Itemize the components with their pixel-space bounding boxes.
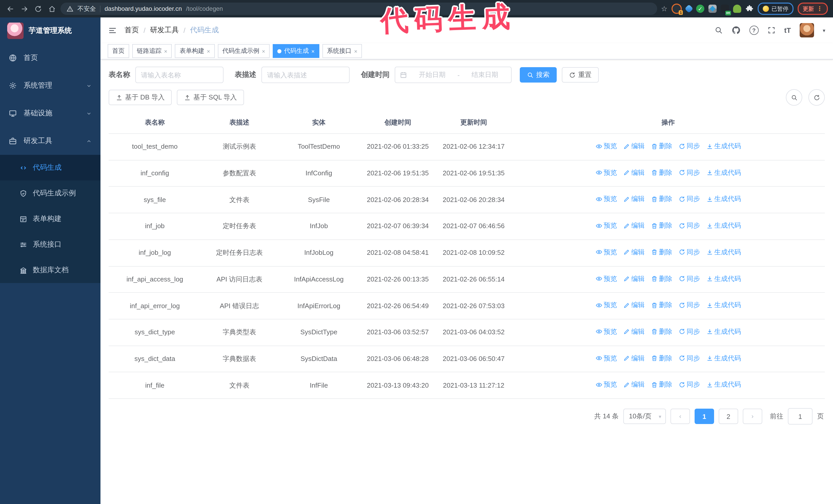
sync-link[interactable]: 同步 bbox=[679, 273, 700, 284]
extension-icon-green[interactable] bbox=[733, 5, 741, 13]
delete-link[interactable]: 删除 bbox=[651, 194, 672, 204]
preview-link[interactable]: 预览 bbox=[595, 273, 617, 284]
preview-link[interactable]: 预览 bbox=[595, 194, 617, 204]
sidebar-item-system[interactable]: 系统管理 bbox=[0, 72, 100, 99]
sidebar-item-system-api[interactable]: 系统接口 bbox=[0, 232, 100, 257]
import-db-button[interactable]: 基于 DB 导入 bbox=[109, 90, 172, 105]
sidebar-item-infra[interactable]: 基础设施 bbox=[0, 99, 100, 127]
browser-menu-dots-icon[interactable]: ⋮ bbox=[816, 6, 823, 12]
preview-link[interactable]: 预览 bbox=[595, 247, 617, 257]
font-size-icon[interactable]: tT bbox=[784, 26, 791, 34]
search-button[interactable]: 搜索 bbox=[520, 67, 557, 82]
edit-link[interactable]: 编辑 bbox=[623, 141, 645, 151]
browser-forward-button[interactable] bbox=[19, 4, 29, 14]
browser-home-button[interactable] bbox=[47, 4, 57, 14]
extensions-puzzle-icon[interactable] bbox=[745, 5, 754, 13]
tab-form-builder[interactable]: 表单构建× bbox=[175, 44, 215, 58]
preview-link[interactable]: 预览 bbox=[595, 380, 617, 390]
sync-link[interactable]: 同步 bbox=[679, 353, 700, 363]
delete-link[interactable]: 删除 bbox=[651, 300, 672, 310]
generate-code-link[interactable]: 生成代码 bbox=[706, 167, 741, 178]
table-desc-input[interactable] bbox=[261, 67, 350, 83]
address-bar[interactable]: 不安全 dashboard.yudao.iocoder.cn/tool/code… bbox=[61, 3, 658, 15]
breadcrumb-devtools[interactable]: 研发工具 bbox=[150, 26, 179, 35]
date-range-picker[interactable]: 开始日期 - 结束日期 bbox=[395, 67, 511, 83]
tab-system-api[interactable]: 系统接口× bbox=[323, 44, 362, 58]
search-icon[interactable] bbox=[715, 26, 723, 34]
extension-icon-dark[interactable]: on bbox=[721, 5, 729, 13]
generate-code-link[interactable]: 生成代码 bbox=[706, 220, 741, 231]
sidebar-item-codegen-example[interactable]: 代码生成示例 bbox=[0, 181, 100, 206]
edit-link[interactable]: 编辑 bbox=[623, 194, 645, 204]
sidebar-item-codegen[interactable]: 代码生成 bbox=[0, 155, 100, 181]
tab-codegen-example[interactable]: 代码生成示例× bbox=[218, 44, 270, 58]
browser-update-button[interactable]: 更新 ⋮ bbox=[798, 3, 828, 15]
browser-reload-button[interactable] bbox=[33, 4, 43, 14]
preview-link[interactable]: 预览 bbox=[595, 353, 617, 363]
generate-code-link[interactable]: 生成代码 bbox=[706, 327, 741, 337]
sync-link[interactable]: 同步 bbox=[679, 167, 700, 178]
table-name-input[interactable] bbox=[135, 67, 223, 83]
caret-down-icon[interactable]: ▾ bbox=[823, 27, 825, 33]
tab-tracing[interactable]: 链路追踪× bbox=[132, 44, 172, 58]
sidebar-item-db-doc[interactable]: 数据库文档 bbox=[0, 257, 100, 283]
edit-link[interactable]: 编辑 bbox=[623, 167, 645, 178]
page-button-2[interactable]: 2 bbox=[719, 409, 738, 424]
close-icon[interactable]: × bbox=[164, 48, 167, 54]
edit-link[interactable]: 编辑 bbox=[623, 273, 645, 284]
generate-code-link[interactable]: 生成代码 bbox=[706, 380, 741, 390]
preview-link[interactable]: 预览 bbox=[595, 167, 617, 178]
delete-link[interactable]: 删除 bbox=[651, 167, 672, 178]
generate-code-link[interactable]: 生成代码 bbox=[706, 300, 741, 310]
browser-back-button[interactable] bbox=[5, 4, 15, 14]
import-sql-button[interactable]: 基于 SQL 导入 bbox=[177, 90, 244, 105]
sync-link[interactable]: 同步 bbox=[679, 141, 700, 151]
sidebar-item-form-builder[interactable]: 表单构建 bbox=[0, 206, 100, 232]
preview-link[interactable]: 预览 bbox=[595, 327, 617, 337]
edit-link[interactable]: 编辑 bbox=[623, 247, 645, 257]
github-icon[interactable] bbox=[732, 26, 741, 35]
next-page-button[interactable]: › bbox=[743, 409, 762, 424]
delete-link[interactable]: 删除 bbox=[651, 353, 672, 363]
close-icon[interactable]: × bbox=[207, 48, 210, 54]
page-size-select[interactable]: 10条/页 ▾ bbox=[623, 409, 666, 424]
sidebar-item-home[interactable]: 首页 bbox=[0, 44, 100, 72]
delete-link[interactable]: 删除 bbox=[651, 247, 672, 257]
sync-link[interactable]: 同步 bbox=[679, 220, 700, 231]
generate-code-link[interactable]: 生成代码 bbox=[706, 353, 741, 363]
goto-page-input[interactable] bbox=[788, 408, 812, 425]
app-logo-row[interactable]: 芋道管理系统 bbox=[0, 18, 100, 44]
extension-icon-grid[interactable] bbox=[709, 5, 717, 13]
generate-code-link[interactable]: 生成代码 bbox=[706, 273, 741, 284]
preview-link[interactable]: 预览 bbox=[595, 220, 617, 231]
generate-code-link[interactable]: 生成代码 bbox=[706, 194, 741, 204]
edit-link[interactable]: 编辑 bbox=[623, 353, 645, 363]
tab-home[interactable]: 首页 bbox=[108, 44, 129, 58]
extension-icon-gem[interactable] bbox=[685, 4, 693, 13]
bookmark-star-icon[interactable]: ☆ bbox=[661, 5, 667, 12]
sidebar-item-devtools[interactable]: 研发工具 bbox=[0, 127, 100, 155]
extension-icon-check[interactable]: ✓ bbox=[696, 5, 704, 13]
prev-page-button[interactable]: ‹ bbox=[670, 409, 690, 424]
close-icon[interactable]: × bbox=[311, 48, 315, 54]
edit-link[interactable]: 编辑 bbox=[623, 300, 645, 310]
help-icon[interactable]: ? bbox=[749, 26, 759, 35]
profile-paused-badge[interactable]: 已暂停 bbox=[758, 3, 793, 15]
sync-link[interactable]: 同步 bbox=[679, 247, 700, 257]
breadcrumb-home[interactable]: 首页 bbox=[124, 26, 139, 35]
preview-link[interactable]: 预览 bbox=[595, 300, 617, 310]
edit-link[interactable]: 编辑 bbox=[623, 380, 645, 390]
delete-link[interactable]: 删除 bbox=[651, 327, 672, 337]
close-icon[interactable]: × bbox=[354, 48, 358, 54]
user-avatar[interactable] bbox=[800, 23, 814, 38]
sync-link[interactable]: 同步 bbox=[679, 194, 700, 204]
delete-link[interactable]: 删除 bbox=[651, 380, 672, 390]
close-icon[interactable]: × bbox=[262, 48, 265, 54]
page-button-1[interactable]: 1 bbox=[695, 409, 714, 424]
delete-link[interactable]: 删除 bbox=[651, 220, 672, 231]
toggle-search-button[interactable] bbox=[786, 89, 802, 105]
sync-link[interactable]: 同步 bbox=[679, 380, 700, 390]
extension-icon-orange[interactable]: 1 bbox=[671, 4, 682, 14]
edit-link[interactable]: 编辑 bbox=[623, 220, 645, 231]
hamburger-icon[interactable] bbox=[108, 26, 117, 34]
